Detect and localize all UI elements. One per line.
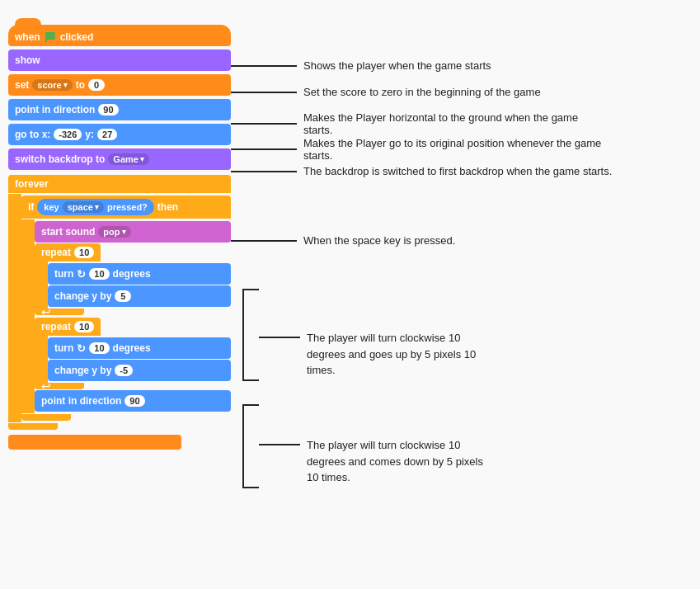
score-value[interactable]: 0	[88, 79, 105, 91]
space-dropdown[interactable]: space	[63, 201, 104, 213]
change-y2-block[interactable]: change y by -5	[48, 360, 231, 381]
if-content: start sound pop repeat 10	[21, 219, 231, 413]
show-group: show	[8, 49, 231, 71]
ann6-text: When the space key is pressed.	[303, 234, 455, 247]
point-dir2-block[interactable]: point in direction 90	[35, 390, 231, 412]
repeat2-val[interactable]: 10	[74, 321, 94, 332]
forever-block[interactable]: forever	[8, 175, 231, 193]
if-block[interactable]: if key space pressed? then	[21, 196, 231, 219]
repeat1-group: repeat 10 turn ↻	[35, 243, 231, 315]
turn1-label: turn	[54, 268, 73, 280]
point-dir-label: point in direction	[15, 104, 95, 115]
ann1-line	[231, 65, 297, 67]
forever-group: forever if key space pressed? then	[8, 175, 231, 430]
when-clicked-block[interactable]: when clicked	[8, 25, 231, 46]
ann3-line	[231, 123, 297, 125]
change-y2-val[interactable]: -5	[115, 365, 133, 376]
switch-backdrop-block[interactable]: switch backdrop to Game	[8, 148, 231, 170]
if-inner: start sound pop repeat 10	[35, 219, 231, 413]
repeat2-inner: turn ↻ 10 degrees change y by	[48, 336, 231, 383]
switch-backdrop-group: switch backdrop to Game	[8, 148, 231, 170]
bottom-orange-block	[8, 435, 181, 450]
ann8-text: The player will turn clockwise 10degrees…	[307, 437, 483, 486]
ann4-row: Makes the Player go to its original posi…	[231, 137, 617, 162]
pressed-label: pressed?	[107, 202, 148, 212]
repeat2-bracket-bot	[242, 487, 259, 488]
change-y2-label: change y by	[54, 365, 111, 376]
set-label: set	[15, 79, 29, 91]
y-value[interactable]: 27	[97, 129, 117, 140]
direction-value[interactable]: 90	[98, 104, 118, 115]
repeat1-bottom: ↩	[35, 309, 84, 315]
repeat2-group: repeat 10 turn ↻	[35, 318, 231, 389]
ann7-line	[259, 337, 300, 338]
degrees1-label: degrees	[113, 268, 151, 280]
turn2-deg[interactable]: 10	[89, 342, 109, 354]
repeat1-bracket-vert	[242, 289, 244, 379]
show-label: show	[15, 54, 40, 66]
ann6-line	[231, 240, 297, 242]
ann6-row: When the space key is pressed.	[231, 234, 455, 247]
goto-label: go to x:	[15, 129, 50, 140]
ann2-text: Set the score to zero in the beginning o…	[303, 86, 541, 98]
y-label: y:	[85, 129, 94, 140]
dir2-val[interactable]: 90	[124, 395, 144, 407]
ann8-row: The player will turn clockwise 10degrees…	[259, 437, 483, 486]
goto-block[interactable]: go to x: -326 y: 27	[8, 124, 231, 145]
ann2-line	[231, 92, 297, 93]
set-score-block[interactable]: set score to 0	[8, 74, 231, 96]
if-label: if	[28, 201, 34, 213]
repeat2-bracket-top	[242, 404, 259, 406]
turn1-block[interactable]: turn ↻ 10 degrees	[48, 263, 231, 285]
turn1-deg[interactable]: 10	[89, 268, 109, 280]
forever-bottom	[8, 423, 58, 430]
repeat1-label: repeat	[41, 247, 71, 258]
turn2-icon: ↻	[77, 342, 86, 355]
ann3-text: Makes the Player horizontal to the groun…	[303, 111, 592, 136]
turn2-block[interactable]: turn ↻ 10 degrees	[48, 337, 231, 359]
repeat2-label: repeat	[41, 321, 71, 332]
page: when clicked show set score to 0 point i…	[0, 0, 700, 589]
ann5-text: The backdrop is switched to first backdr…	[303, 165, 612, 177]
change-y1-label: change y by	[54, 290, 111, 302]
ann8-line	[259, 444, 300, 445]
ann3-row: Makes the Player horizontal to the groun…	[231, 111, 592, 136]
degrees2-label: degrees	[113, 342, 151, 354]
change-y1-block[interactable]: change y by 5	[48, 285, 231, 307]
repeat2-block[interactable]: repeat 10	[35, 318, 101, 336]
repeat1-content: turn ↻ 10 degrees change y by	[35, 262, 231, 309]
forever-content: if key space pressed? then	[8, 194, 231, 422]
forever-left-bar	[8, 194, 21, 422]
repeat1-inner: turn ↻ 10 degrees change y by	[48, 262, 231, 309]
repeat1-arrow: ↩	[41, 305, 51, 318]
change-y1-val[interactable]: 5	[115, 290, 131, 302]
when-label: when	[15, 31, 40, 43]
ann4-text: Makes the Player go to its original posi…	[303, 137, 617, 162]
ann1-row: Shows the player when the game starts	[231, 59, 491, 72]
repeat1-block[interactable]: repeat 10	[35, 243, 101, 262]
ann5-line	[231, 171, 297, 172]
goto-group: go to x: -326 y: 27	[8, 124, 231, 145]
repeat1-bracket-top	[242, 289, 259, 290]
start-sound-block[interactable]: start sound pop	[35, 221, 231, 243]
repeat1-val[interactable]: 10	[74, 247, 94, 258]
to-label: to	[76, 79, 85, 91]
key-label: key	[44, 202, 59, 212]
start-sound-label: start sound	[41, 226, 95, 238]
x-value[interactable]: -326	[54, 129, 82, 140]
point-dir2-label: point in direction	[41, 395, 121, 407]
point-dir-group: point in direction 90	[8, 99, 231, 120]
then-label: then	[157, 201, 178, 213]
repeat2-bar	[35, 336, 48, 383]
repeat2-bracket-vert	[242, 404, 244, 487]
turn1-icon: ↻	[77, 268, 86, 280]
key-condition[interactable]: key space pressed?	[37, 199, 153, 215]
point-dir-block[interactable]: point in direction 90	[8, 99, 231, 120]
score-dropdown[interactable]: score	[32, 79, 72, 91]
repeat1-bar	[35, 262, 48, 309]
ann1-text: Shows the player when the game starts	[303, 59, 491, 72]
show-block[interactable]: show	[8, 49, 231, 71]
backdrop-dropdown[interactable]: Game	[108, 153, 149, 165]
if-bottom	[21, 414, 71, 421]
sound-dropdown[interactable]: pop	[98, 226, 130, 238]
